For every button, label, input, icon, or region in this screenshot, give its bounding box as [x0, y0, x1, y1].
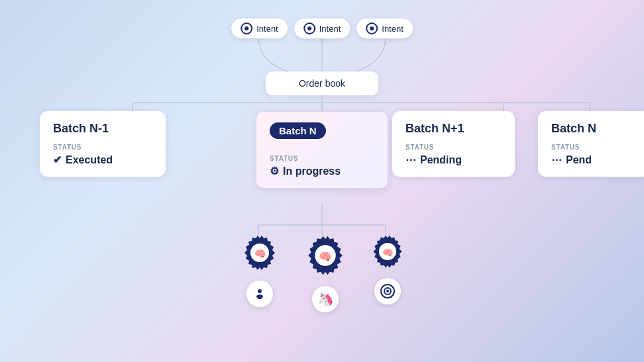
batch-np1-status-icon: ⋯	[405, 154, 416, 166]
batch-np1-status-value: ⋯ Pending	[405, 154, 502, 166]
batch-np2-status-label: STATUS	[551, 144, 631, 151]
svg-text:🧠: 🧠	[254, 248, 266, 259]
agent-col-1: 🧠	[239, 232, 281, 307]
agent-2-gear-brain: 🧠	[301, 232, 349, 279]
agent-3-logo	[374, 278, 401, 304]
batch-np2-title: Batch N	[551, 122, 631, 136]
intent-icon-1	[241, 23, 252, 34]
agent-3-gear-brain: 🧠	[368, 232, 407, 271]
agent-1-gear-brain: 🧠	[239, 232, 281, 274]
batch-np1-status-label: STATUS	[405, 144, 502, 151]
intent-icon-2	[303, 23, 315, 34]
agent-col-2: 🧠 🦄	[301, 232, 349, 312]
batch-n-status-icon: ⚙	[270, 165, 279, 177]
intent-icon-3	[366, 23, 378, 34]
batch-card-np2: Batch N STATUS ⋯ Pend	[538, 111, 644, 177]
order-book-label: Order book	[299, 78, 345, 89]
batch-nm1-title: Batch N-1	[53, 122, 152, 136]
batch-card-nm1: Batch N-1 STATUS ✔ Executed	[40, 111, 166, 177]
agent-2-logo: 🦄	[312, 286, 339, 312]
intent-node-3: Intent	[356, 19, 413, 38]
intent-label-2: Intent	[319, 24, 341, 34]
batch-nm1-status-label: STATUS	[53, 144, 152, 151]
intent-label-3: Intent	[382, 24, 403, 34]
intent-row: Intent Intent Intent	[231, 19, 413, 38]
batch-np1-status-text: Pending	[420, 154, 462, 166]
batch-np2-status-text: Pend	[566, 154, 592, 166]
batch-np1-title: Batch N+1	[405, 122, 502, 136]
batch-card-np1: Batch N+1 STATUS ⋯ Pending	[392, 111, 515, 177]
intent-label-1: Intent	[256, 24, 278, 34]
svg-text:🧠: 🧠	[319, 250, 332, 263]
batch-np2-status-icon: ⋯	[551, 154, 562, 166]
svg-point-11	[386, 290, 389, 293]
svg-point-4	[258, 296, 262, 299]
intent-node-1: Intent	[231, 19, 288, 38]
svg-text:🧠: 🧠	[382, 247, 394, 258]
intent-node-2: Intent	[294, 19, 350, 38]
batch-nm1-status-value: ✔ Executed	[53, 154, 152, 166]
batch-n-status-text: In progress	[283, 165, 341, 177]
batch-n-title: Batch N	[270, 122, 326, 139]
batch-nm1-status-text: Executed	[66, 154, 113, 166]
agent-col-3: 🧠	[368, 232, 407, 304]
batch-n-status-value: ⚙ In progress	[270, 165, 374, 177]
batch-card-n: Batch N STATUS ⚙ In progress	[256, 111, 388, 189]
batch-nm1-status-icon: ✔	[53, 154, 62, 166]
batch-n-status-label: STATUS	[270, 155, 374, 162]
agent-1-logo	[246, 281, 273, 307]
svg-point-2	[258, 289, 262, 293]
main-scene: Intent Intent Intent Order book Batch N-…	[0, 0, 644, 362]
batch-np2-status-value: ⋯ Pend	[551, 154, 631, 166]
order-book: Order book	[266, 71, 378, 95]
